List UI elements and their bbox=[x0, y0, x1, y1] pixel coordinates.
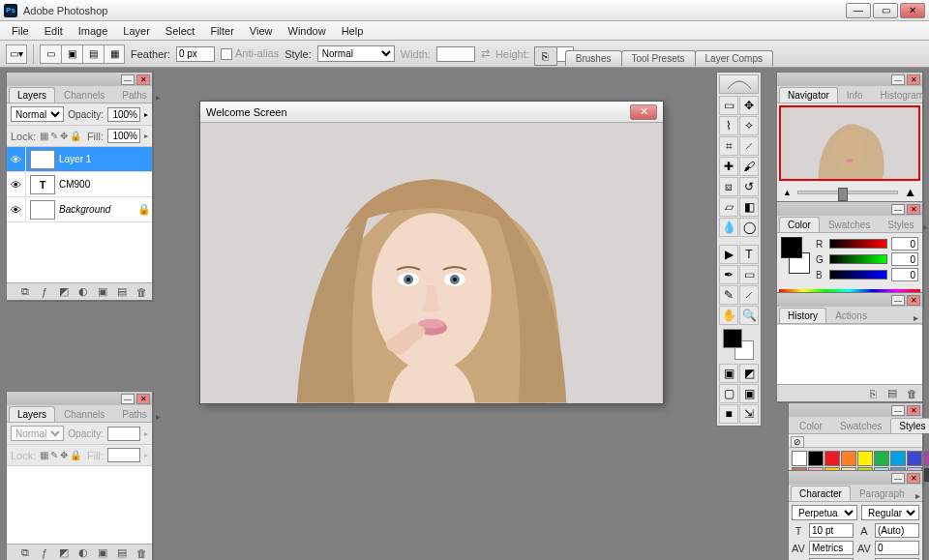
new-layer-icon[interactable]: ▤ bbox=[115, 285, 129, 299]
new-doc-from-state-icon[interactable]: ⎘ bbox=[866, 387, 880, 400]
visibility-toggle-icon[interactable]: 👁 bbox=[7, 197, 26, 221]
style-swatch[interactable] bbox=[824, 451, 840, 466]
style-swatch[interactable] bbox=[923, 467, 929, 483]
tab-layers[interactable]: Layers bbox=[9, 87, 55, 103]
panel-minimize-button[interactable]: — bbox=[891, 295, 905, 306]
navigator-thumbnail[interactable] bbox=[779, 105, 920, 181]
link-layers-icon[interactable]: ⧉ bbox=[18, 285, 32, 299]
r-input[interactable] bbox=[891, 237, 918, 251]
panel-minimize-button[interactable]: — bbox=[121, 394, 135, 404]
trash-icon[interactable]: 🗑 bbox=[135, 546, 148, 560]
zoom-tool-icon[interactable]: 🔍 bbox=[739, 306, 759, 325]
hand-tool-icon[interactable]: ✋ bbox=[719, 306, 738, 325]
new-layer-icon[interactable]: ▤ bbox=[115, 546, 129, 560]
tab-brushes[interactable]: Brushes bbox=[565, 50, 622, 66]
history-brush-tool-icon[interactable]: ↺ bbox=[739, 177, 759, 196]
tab-channels[interactable]: Channels bbox=[55, 406, 113, 422]
style-swatch[interactable] bbox=[857, 451, 873, 466]
toolbox-header-icon[interactable] bbox=[719, 74, 759, 94]
tab-tool-presets[interactable]: Tool Presets bbox=[621, 50, 696, 66]
shape-tool-icon[interactable]: ▭ bbox=[739, 265, 759, 284]
new-selection-icon[interactable]: ▭ bbox=[40, 44, 61, 64]
tab-histogram[interactable]: Histogram bbox=[872, 87, 930, 103]
panel-close-button[interactable]: ✕ bbox=[907, 295, 920, 306]
layer-thumbnail[interactable]: T bbox=[30, 175, 55, 194]
gradient-tool-icon[interactable]: ◧ bbox=[739, 197, 759, 217]
tab-character[interactable]: Character bbox=[791, 486, 851, 501]
menu-window[interactable]: Window bbox=[281, 23, 334, 39]
layer-row[interactable]: 👁 T Layer 1 bbox=[7, 147, 152, 172]
panel-close-button[interactable]: ✕ bbox=[907, 204, 920, 215]
healing-tool-icon[interactable]: ✚ bbox=[719, 157, 738, 176]
g-slider[interactable] bbox=[829, 254, 887, 264]
layer-style-icon[interactable]: ƒ bbox=[38, 285, 51, 299]
tab-styles[interactable]: Styles bbox=[890, 418, 929, 433]
zoom-out-icon[interactable]: ▲ bbox=[783, 188, 792, 197]
standard-mode-icon[interactable]: ▣ bbox=[719, 364, 738, 383]
tab-swatches[interactable]: Swatches bbox=[831, 418, 890, 433]
opacity-flyout-icon[interactable]: ▸ bbox=[144, 110, 148, 119]
b-input[interactable] bbox=[891, 268, 918, 281]
style-swatch[interactable] bbox=[907, 451, 922, 466]
path-select-tool-icon[interactable]: ▶ bbox=[719, 245, 738, 264]
layer-row[interactable]: 👁 Background 🔒 bbox=[7, 197, 152, 222]
panel-menu-icon[interactable]: ▸ bbox=[923, 221, 928, 232]
layer-name[interactable]: Background bbox=[59, 204, 136, 215]
foreground-color-swatch[interactable] bbox=[723, 329, 742, 348]
tab-swatches[interactable]: Swatches bbox=[820, 217, 879, 232]
notes-tool-icon[interactable]: ✎ bbox=[719, 285, 738, 305]
intersect-selection-icon[interactable]: ▦ bbox=[104, 44, 125, 64]
lock-transparency-icon[interactable]: ▦ bbox=[40, 131, 48, 141]
leading-input[interactable] bbox=[875, 523, 919, 538]
menu-select[interactable]: Select bbox=[158, 23, 203, 39]
color-fgbg[interactable] bbox=[781, 237, 810, 278]
blur-tool-icon[interactable]: 💧 bbox=[719, 218, 738, 237]
fill-flyout-icon[interactable]: ▸ bbox=[144, 132, 148, 140]
close-button[interactable]: ✕ bbox=[900, 3, 925, 18]
panel-close-button[interactable]: ✕ bbox=[907, 405, 920, 416]
panel-close-button[interactable]: ✕ bbox=[907, 473, 920, 484]
layer-thumbnail[interactable] bbox=[30, 200, 55, 220]
quickmask-mode-icon[interactable]: ◩ bbox=[739, 364, 759, 383]
menu-file[interactable]: File bbox=[4, 23, 37, 39]
no-style-icon[interactable]: ⊘ bbox=[791, 436, 804, 448]
wand-tool-icon[interactable]: ✧ bbox=[739, 116, 759, 135]
type-tool-icon[interactable]: T bbox=[739, 245, 759, 264]
kerning-input[interactable] bbox=[809, 541, 854, 555]
panel-menu-icon[interactable]: ▸ bbox=[156, 411, 161, 422]
trash-icon[interactable]: 🗑 bbox=[135, 285, 148, 299]
tab-history[interactable]: History bbox=[779, 308, 826, 323]
tab-styles[interactable]: Styles bbox=[879, 217, 922, 232]
menu-layer[interactable]: Layer bbox=[115, 23, 158, 39]
panel-menu-icon[interactable]: ▸ bbox=[156, 92, 161, 103]
r-slider[interactable] bbox=[829, 239, 887, 249]
tracking-input[interactable] bbox=[875, 541, 919, 555]
screen-mode-1-icon[interactable]: ▢ bbox=[719, 384, 738, 403]
brush-tool-icon[interactable]: 🖌 bbox=[739, 157, 759, 176]
style-swatch[interactable] bbox=[808, 451, 824, 466]
panel-minimize-button[interactable]: — bbox=[121, 74, 135, 85]
zoom-slider[interactable] bbox=[797, 191, 898, 194]
panel-minimize-button[interactable]: — bbox=[891, 473, 905, 484]
group-icon[interactable]: ▣ bbox=[96, 285, 109, 299]
jump-to-icon[interactable]: ⇲ bbox=[739, 404, 759, 424]
group-icon[interactable]: ▣ bbox=[96, 546, 109, 560]
style-swatch[interactable] bbox=[792, 451, 807, 466]
visibility-toggle-icon[interactable]: 👁 bbox=[7, 147, 26, 171]
add-selection-icon[interactable]: ▣ bbox=[61, 44, 82, 64]
screen-mode-2-icon[interactable]: ▣ bbox=[739, 384, 759, 403]
b-slider[interactable] bbox=[829, 270, 887, 280]
font-style-select[interactable]: Regular bbox=[861, 505, 919, 520]
link-layers-icon[interactable]: ⧉ bbox=[18, 546, 32, 560]
foreground-background-colors[interactable] bbox=[721, 327, 757, 360]
lock-position-icon[interactable]: ✥ bbox=[60, 131, 68, 141]
menu-help[interactable]: Help bbox=[334, 23, 372, 39]
blend-mode-select[interactable]: Normal bbox=[11, 106, 64, 122]
font-size-input[interactable] bbox=[809, 523, 854, 538]
screen-mode-3-icon[interactable]: ■ bbox=[719, 404, 738, 424]
adjustment-layer-icon[interactable]: ◐ bbox=[76, 285, 90, 299]
palette-well-icon[interactable]: ⎘ bbox=[534, 46, 557, 66]
marquee-tool-icon[interactable]: ▭ bbox=[719, 96, 738, 115]
feather-input[interactable] bbox=[176, 46, 215, 62]
slice-tool-icon[interactable]: ⟋ bbox=[739, 136, 759, 156]
